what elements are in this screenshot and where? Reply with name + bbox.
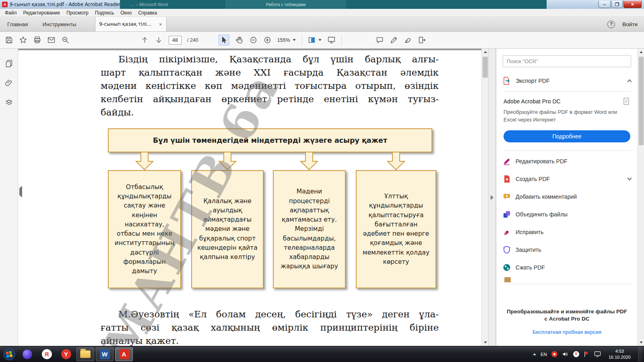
document-scrollbar[interactable] [481, 49, 488, 346]
scrollbar-thumb[interactable] [639, 57, 644, 145]
toolbar: / 240 155% [0, 32, 644, 49]
taskbar-app-word[interactable]: W [96, 348, 114, 361]
taskbar-app-acrobat[interactable]: A [115, 348, 133, 361]
display-icon[interactable] [594, 351, 601, 357]
send-file-icon[interactable] [418, 36, 426, 44]
menu-sign[interactable]: Подпись [92, 9, 118, 17]
page-thumbnails-icon[interactable] [5, 59, 13, 68]
export-pdf-row[interactable]: Экспорт PDF [503, 72, 631, 90]
document-area: Біздің пікірімізше, Қазақстанда бұл үшін… [18, 49, 488, 346]
scrollbar-thumb[interactable] [483, 57, 488, 78]
scroll-down-button[interactable] [482, 339, 489, 346]
taskbar-app-browser[interactable] [19, 348, 36, 361]
clock[interactable]: 4:53 16.10.2020 [605, 348, 634, 360]
previous-page-icon[interactable] [140, 36, 149, 44]
fix-pen-icon [503, 228, 511, 236]
background-window-strip[interactable] [346, 0, 547, 9]
tool-protect[interactable]: Защитить [503, 241, 631, 259]
search-input[interactable] [503, 55, 631, 67]
tab-bar: Главная Инструменты 9-сынып қазақ тілі..… [0, 17, 644, 32]
close-button[interactable]: × [623, 1, 642, 8]
zoom-level-dropdown[interactable]: 155% [277, 37, 296, 43]
restore-icon [615, 2, 619, 6]
tab-document[interactable]: 9-сынып қазақ тілі... × [95, 17, 167, 31]
help-icon[interactable]: ? [607, 21, 615, 28]
menu-edit[interactable]: Редактирование [20, 9, 63, 17]
menu-file[interactable]: Файл [2, 9, 20, 17]
scroll-up-button[interactable] [638, 49, 644, 56]
tool-combine-files[interactable]: Объединить файлы [503, 206, 631, 223]
tool-add-comment[interactable]: Добавить комментарий [503, 188, 631, 206]
email-icon[interactable] [47, 36, 56, 44]
star-icon[interactable] [19, 36, 27, 44]
scroll-up-button[interactable] [482, 49, 489, 56]
taskbar-app-explorer[interactable] [76, 348, 94, 361]
volume-icon[interactable] [562, 351, 569, 358]
tool-label: Создать PDF [516, 176, 623, 182]
triangle-down-icon [484, 341, 487, 343]
acrobat-icon: A [119, 349, 129, 359]
zoom-search-icon[interactable] [61, 36, 70, 44]
attachments-icon[interactable] [5, 79, 13, 87]
taskbar-app-yandex-browser[interactable]: Я [38, 348, 56, 361]
tool-edit-pdf[interactable]: Редактировать PDF [503, 152, 631, 170]
background-window-word[interactable]: … – Microsoft Word [120, 0, 225, 9]
hidden-icons-arrow[interactable] [533, 353, 536, 355]
tray-date: 16.10.2020 [609, 354, 631, 360]
flag-icon[interactable] [584, 351, 590, 357]
panel-splitter[interactable] [488, 49, 496, 346]
tab-home[interactable]: Главная [0, 17, 35, 31]
zoom-out-icon[interactable] [249, 36, 258, 44]
tray-record-icon[interactable] [551, 351, 557, 357]
windows-logo-icon [3, 348, 15, 360]
tool-create-pdf[interactable]: Создать PDF [503, 170, 631, 188]
tool-compress-pdf[interactable]: Сжать PDF [503, 259, 631, 276]
tool-row-partial[interactable] [503, 276, 631, 282]
print-icon[interactable] [33, 36, 41, 44]
divider [503, 91, 631, 92]
scroll-down-button[interactable] [638, 339, 644, 346]
tray-yandex-icon[interactable]: Y [573, 351, 579, 357]
acrobat-pro-promo: Adobe Acrobat Pro DC Преобразуйте файлы … [503, 93, 631, 149]
diagram-arrow [135, 152, 154, 170]
presentation-icon[interactable] [327, 36, 336, 44]
page-display-dropdown[interactable] [308, 36, 322, 44]
restore-button[interactable] [611, 1, 623, 8]
page-number-input[interactable] [169, 36, 182, 45]
show-desktop-button[interactable] [638, 346, 642, 362]
next-page-icon[interactable] [155, 36, 163, 44]
taskbar-app-yandex[interactable]: Y [57, 348, 75, 361]
title-bar: A 9-сынып қазақ тілі.pdf - Adobe Acrobat… [0, 0, 644, 9]
paragraph-2: М.Әуезовтің «Ел болам десең, бесігіңді т… [101, 308, 439, 346]
zoom-in-icon[interactable] [263, 36, 272, 44]
save-icon[interactable] [5, 36, 13, 44]
protect-shield-icon [503, 246, 511, 254]
layers-icon[interactable] [5, 99, 13, 107]
details-button[interactable]: Подробнее [504, 130, 630, 142]
diagram-arrow [218, 152, 237, 170]
yandex-icon: Y [61, 349, 71, 359]
menu-window[interactable]: Окно [117, 9, 135, 17]
tab-tools[interactable]: Инструменты [35, 17, 83, 31]
tool-label: Добавить комментарий [516, 193, 631, 200]
start-button[interactable] [2, 347, 17, 362]
free-trial-link[interactable]: Бесплатная пробная версия [533, 329, 601, 335]
language-indicator[interactable]: EN [541, 352, 547, 357]
panel-scrollbar[interactable] [638, 49, 644, 346]
tool-fix[interactable]: Исправить [503, 223, 631, 241]
sign-in-button[interactable]: Войти [622, 21, 638, 27]
collapse-left-panel-button[interactable] [19, 188, 22, 195]
highlight-pencil-icon[interactable] [390, 36, 398, 44]
fill-sign-icon[interactable] [404, 36, 412, 44]
comment-icon[interactable] [376, 36, 384, 44]
menu-view[interactable]: Просмотр [63, 9, 92, 17]
select-tool-button[interactable] [219, 35, 229, 45]
minimize-button[interactable]: – [599, 1, 611, 8]
background-window-table-tools[interactable]: Работа с таблицами [225, 0, 346, 9]
hand-tool-icon[interactable] [235, 36, 244, 44]
tabbar-right: ? Войти [607, 17, 644, 31]
menu-help[interactable]: Справка [135, 9, 160, 17]
tab-close-icon[interactable]: × [159, 21, 162, 27]
tool-label: Исправить [516, 229, 631, 235]
menu-bar: Файл Редактирование Просмотр Подпись Окн… [0, 9, 644, 17]
